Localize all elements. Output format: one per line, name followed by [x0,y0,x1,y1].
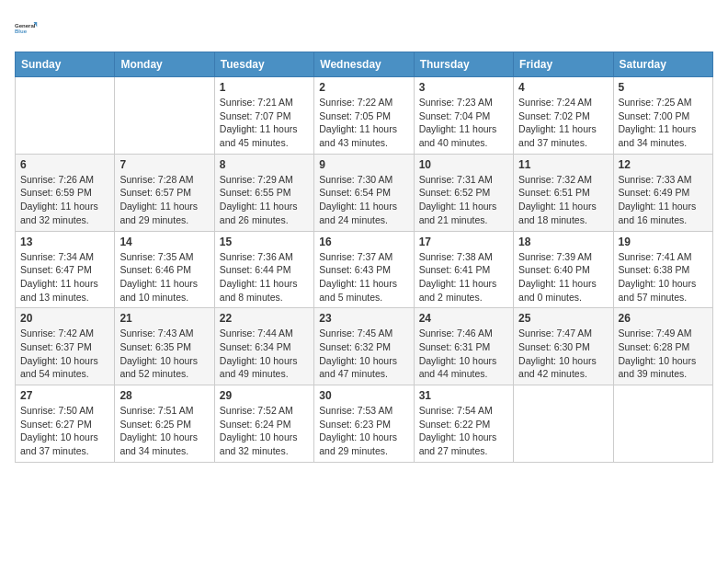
calendar-cell: 4Sunrise: 7:24 AM Sunset: 7:02 PM Daylig… [514,77,613,155]
day-number: 30 [319,389,408,402]
day-info: Sunrise: 7:38 AM Sunset: 6:41 PM Dayligh… [419,250,508,304]
calendar-cell: 13Sunrise: 7:34 AM Sunset: 6:47 PM Dayli… [16,231,115,308]
day-number: 3 [419,81,508,94]
calendar-cell: 25Sunrise: 7:47 AM Sunset: 6:30 PM Dayli… [514,308,613,385]
day-number: 1 [220,81,309,94]
calendar-week-row: 27Sunrise: 7:50 AM Sunset: 6:27 PM Dayli… [16,385,713,463]
day-number: 11 [518,158,608,171]
calendar-week-row: 13Sunrise: 7:34 AM Sunset: 6:47 PM Dayli… [16,231,713,308]
calendar-cell [16,77,115,155]
calendar-cell: 21Sunrise: 7:43 AM Sunset: 6:35 PM Dayli… [115,308,214,385]
calendar-cell: 2Sunrise: 7:22 AM Sunset: 7:05 PM Daylig… [314,77,414,155]
calendar-cell: 30Sunrise: 7:53 AM Sunset: 6:23 PM Dayli… [314,385,414,463]
page-header: GeneralBlue [15,15,713,40]
calendar-table: SundayMondayTuesdayWednesdayThursdayFrid… [15,52,713,463]
day-info: Sunrise: 7:24 AM Sunset: 7:02 PM Dayligh… [518,96,608,150]
day-info: Sunrise: 7:41 AM Sunset: 6:38 PM Dayligh… [619,250,708,304]
day-number: 26 [619,312,708,325]
calendar-cell [613,385,712,463]
day-info: Sunrise: 7:50 AM Sunset: 6:27 PM Dayligh… [20,404,109,458]
calendar-cell: 11Sunrise: 7:32 AM Sunset: 6:51 PM Dayli… [514,154,613,231]
calendar-cell: 20Sunrise: 7:42 AM Sunset: 6:37 PM Dayli… [16,308,115,385]
day-info: Sunrise: 7:37 AM Sunset: 6:43 PM Dayligh… [319,250,408,304]
calendar-cell: 23Sunrise: 7:45 AM Sunset: 6:32 PM Dayli… [314,308,414,385]
day-info: Sunrise: 7:31 AM Sunset: 6:52 PM Dayligh… [419,173,508,227]
day-info: Sunrise: 7:36 AM Sunset: 6:44 PM Dayligh… [220,250,309,304]
day-number: 24 [419,312,508,325]
day-of-week-header: Thursday [414,52,513,77]
day-info: Sunrise: 7:34 AM Sunset: 6:47 PM Dayligh… [20,250,109,304]
day-number: 9 [319,158,408,171]
day-number: 10 [419,158,508,171]
calendar-cell: 16Sunrise: 7:37 AM Sunset: 6:43 PM Dayli… [314,231,414,308]
day-info: Sunrise: 7:21 AM Sunset: 7:07 PM Dayligh… [220,96,309,150]
calendar-cell [115,77,214,155]
day-number: 21 [119,312,209,325]
day-info: Sunrise: 7:35 AM Sunset: 6:46 PM Dayligh… [119,250,209,304]
day-number: 12 [619,158,708,171]
day-number: 19 [619,236,708,248]
day-number: 7 [119,158,209,171]
day-info: Sunrise: 7:46 AM Sunset: 6:31 PM Dayligh… [419,327,508,381]
day-number: 5 [619,81,708,94]
day-info: Sunrise: 7:45 AM Sunset: 6:32 PM Dayligh… [319,327,408,381]
day-number: 2 [319,81,408,94]
calendar-cell: 31Sunrise: 7:54 AM Sunset: 6:22 PM Dayli… [414,385,513,463]
day-info: Sunrise: 7:42 AM Sunset: 6:37 PM Dayligh… [20,327,109,381]
day-info: Sunrise: 7:52 AM Sunset: 6:24 PM Dayligh… [220,404,309,458]
day-info: Sunrise: 7:22 AM Sunset: 7:05 PM Dayligh… [319,96,408,150]
day-info: Sunrise: 7:49 AM Sunset: 6:28 PM Dayligh… [619,327,708,381]
calendar-cell: 12Sunrise: 7:33 AM Sunset: 6:49 PM Dayli… [613,154,712,231]
day-of-week-header: Tuesday [214,52,313,77]
day-of-week-header: Friday [514,52,613,77]
day-info: Sunrise: 7:51 AM Sunset: 6:25 PM Dayligh… [119,404,209,458]
day-info: Sunrise: 7:26 AM Sunset: 6:59 PM Dayligh… [20,173,109,227]
calendar-cell: 9Sunrise: 7:30 AM Sunset: 6:54 PM Daylig… [314,154,414,231]
calendar-cell: 10Sunrise: 7:31 AM Sunset: 6:52 PM Dayli… [414,154,513,231]
calendar-cell: 26Sunrise: 7:49 AM Sunset: 6:28 PM Dayli… [613,308,712,385]
day-number: 8 [220,158,309,171]
day-of-week-header: Sunday [16,52,115,77]
day-number: 18 [518,236,608,248]
logo: GeneralBlue [15,15,40,40]
calendar-cell: 1Sunrise: 7:21 AM Sunset: 7:07 PM Daylig… [214,77,313,155]
calendar-cell: 22Sunrise: 7:44 AM Sunset: 6:34 PM Dayli… [214,308,313,385]
day-info: Sunrise: 7:54 AM Sunset: 6:22 PM Dayligh… [419,404,508,458]
calendar-cell: 15Sunrise: 7:36 AM Sunset: 6:44 PM Dayli… [214,231,313,308]
calendar-cell: 28Sunrise: 7:51 AM Sunset: 6:25 PM Dayli… [115,385,214,463]
day-info: Sunrise: 7:23 AM Sunset: 7:04 PM Dayligh… [419,96,508,150]
day-number: 6 [20,158,109,171]
calendar-week-row: 20Sunrise: 7:42 AM Sunset: 6:37 PM Dayli… [16,308,713,385]
calendar-cell: 19Sunrise: 7:41 AM Sunset: 6:38 PM Dayli… [613,231,712,308]
day-info: Sunrise: 7:47 AM Sunset: 6:30 PM Dayligh… [518,327,608,381]
day-info: Sunrise: 7:32 AM Sunset: 6:51 PM Dayligh… [518,173,608,227]
day-number: 14 [119,236,209,248]
day-info: Sunrise: 7:33 AM Sunset: 6:49 PM Dayligh… [619,173,708,227]
day-number: 17 [419,236,508,248]
day-info: Sunrise: 7:25 AM Sunset: 7:00 PM Dayligh… [619,96,708,150]
calendar-cell: 27Sunrise: 7:50 AM Sunset: 6:27 PM Dayli… [16,385,115,463]
svg-text:General: General [15,23,36,29]
calendar-cell: 6Sunrise: 7:26 AM Sunset: 6:59 PM Daylig… [16,154,115,231]
day-info: Sunrise: 7:44 AM Sunset: 6:34 PM Dayligh… [220,327,309,381]
day-info: Sunrise: 7:29 AM Sunset: 6:55 PM Dayligh… [220,173,309,227]
calendar-cell: 17Sunrise: 7:38 AM Sunset: 6:41 PM Dayli… [414,231,513,308]
day-info: Sunrise: 7:28 AM Sunset: 6:57 PM Dayligh… [119,173,209,227]
logo-icon: GeneralBlue [15,15,40,40]
calendar-cell: 18Sunrise: 7:39 AM Sunset: 6:40 PM Dayli… [514,231,613,308]
day-number: 31 [419,389,508,402]
calendar-cell: 3Sunrise: 7:23 AM Sunset: 7:04 PM Daylig… [414,77,513,155]
day-number: 13 [20,236,109,248]
calendar-cell: 8Sunrise: 7:29 AM Sunset: 6:55 PM Daylig… [214,154,313,231]
calendar-cell [514,385,613,463]
day-number: 29 [220,389,309,402]
day-number: 25 [518,312,608,325]
day-number: 27 [20,389,109,402]
calendar-cell: 29Sunrise: 7:52 AM Sunset: 6:24 PM Dayli… [214,385,313,463]
day-of-week-header: Monday [115,52,214,77]
day-number: 22 [220,312,309,325]
day-info: Sunrise: 7:30 AM Sunset: 6:54 PM Dayligh… [319,173,408,227]
day-number: 16 [319,236,408,248]
day-of-week-header: Saturday [613,52,712,77]
day-info: Sunrise: 7:53 AM Sunset: 6:23 PM Dayligh… [319,404,408,458]
